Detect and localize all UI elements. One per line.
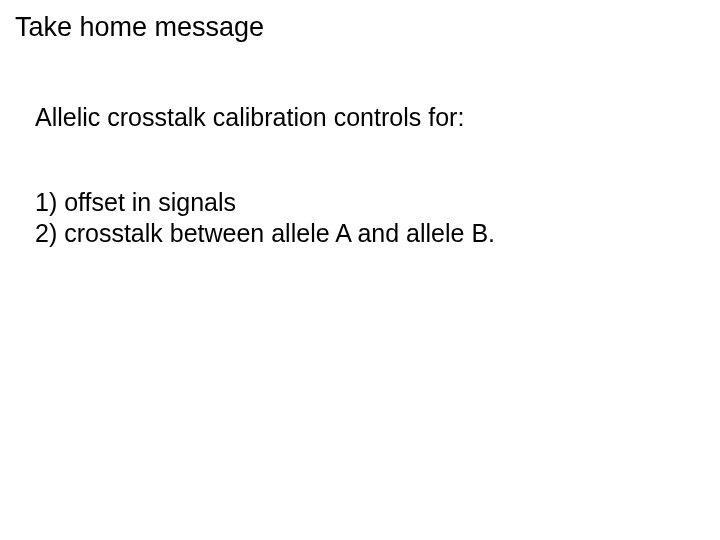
list-item: 1) offset in signals (35, 187, 705, 218)
page-title: Take home message (15, 12, 705, 43)
list-item: 2) crosstalk between allele A and allele… (35, 218, 705, 249)
intro-text: Allelic crosstalk calibration controls f… (35, 103, 705, 132)
